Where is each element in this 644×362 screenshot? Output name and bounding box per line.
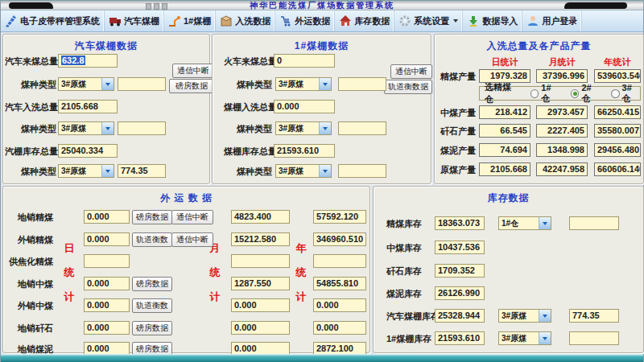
- coal-type-select[interactable]: 3#原煤: [498, 309, 551, 323]
- radio-label: 3#仓: [622, 83, 640, 105]
- rail-weighbridge-data-button[interactable]: 轨道衡数: [132, 232, 172, 247]
- stock-value-field[interactable]: 18363.073: [435, 216, 485, 230]
- toolbar-button-data-import[interactable]: 数据导入: [463, 10, 522, 31]
- day-field[interactable]: 0.000: [84, 277, 130, 290]
- row-label: 煤泥产量: [440, 145, 479, 157]
- day-field[interactable]: 0.000: [84, 210, 130, 224]
- shed-wash-total-field[interactable]: 0.000: [274, 100, 335, 113]
- day-field[interactable]: [84, 254, 130, 268]
- toolbar-button-outbound-data[interactable]: 外运数据: [275, 10, 335, 31]
- toolbar-button-belt-scale-system[interactable]: 电子皮带秤管理系统: [1, 10, 105, 31]
- stock-value-field[interactable]: 10437.536: [435, 241, 485, 254]
- day-field[interactable]: 0.000: [84, 232, 130, 246]
- day-field[interactable]: 0.000: [84, 321, 130, 335]
- type-amount-field[interactable]: [338, 77, 386, 91]
- month-field[interactable]: 0.000: [231, 321, 290, 335]
- train-incoming-total-field[interactable]: 0: [274, 54, 335, 68]
- month-field[interactable]: 15212.580: [231, 232, 290, 246]
- coal-type-select[interactable]: 3#原煤: [275, 164, 332, 178]
- coal-type-select[interactable]: 3#原煤: [58, 77, 114, 91]
- day-stat-header: 日统计: [479, 56, 530, 68]
- month-value-field[interactable]: 1348.998: [536, 143, 588, 157]
- shed-stock-total-field[interactable]: 25040.334: [58, 144, 118, 158]
- month-field[interactable]: 4823.400: [231, 210, 290, 224]
- coal-type-select[interactable]: 3#原煤: [275, 77, 332, 91]
- stock-value-field[interactable]: 1709.352: [435, 264, 485, 278]
- month-field[interactable]: 1287.550: [231, 277, 290, 290]
- year-field[interactable]: [313, 254, 366, 268]
- scale-house-data-button[interactable]: 磅房数据: [132, 277, 172, 291]
- comm-interrupt-button[interactable]: 通信中断: [171, 232, 213, 247]
- type-amount-field[interactable]: 774.35: [118, 164, 166, 178]
- month-value-field[interactable]: 37396.996: [536, 69, 588, 83]
- year-field[interactable]: 0.000: [313, 321, 366, 335]
- row-label: 外销中煤: [6, 300, 53, 312]
- coal-type-select[interactable]: 3#原煤: [498, 331, 551, 345]
- field-label: 煤棚入洗总量: [224, 101, 272, 113]
- day-value-field[interactable]: 74.694: [479, 143, 530, 157]
- scale-house-data-button[interactable]: 磅房数据: [132, 321, 172, 335]
- year-field[interactable]: 54855.810: [313, 277, 366, 290]
- month-value-field[interactable]: 2227.405: [536, 124, 588, 138]
- title-bar[interactable]: 神华巴能洗煤厂煤场数据管理系统: [1, 0, 643, 10]
- type-amount-field[interactable]: [338, 121, 386, 135]
- scale-house-data-button[interactable]: 磅房数据: [132, 210, 172, 224]
- stock-value-field[interactable]: 21593.610: [435, 331, 485, 345]
- stock-value-field[interactable]: 26126.990: [435, 286, 485, 300]
- toolbar-button-user-login[interactable]: 用户登录: [522, 10, 582, 31]
- truck-incoming-total-field[interactable]: 632.8: [58, 54, 118, 68]
- truck-stock-row: 汽棚库存总量 25040.334: [3, 144, 209, 158]
- month-field[interactable]: 0.000: [231, 298, 290, 312]
- bunker-option-1[interactable]: 1#仓: [530, 83, 559, 105]
- year-value-field[interactable]: 35580.007: [594, 124, 641, 138]
- titlebar-right-ornament: [564, 2, 627, 9]
- bunker-label: 选精煤仓: [485, 81, 519, 105]
- day-value-field[interactable]: 2105.668: [479, 162, 530, 176]
- shed-stock-total-field[interactable]: 21593.610: [274, 144, 335, 158]
- day-value-field[interactable]: 66.545: [479, 124, 530, 138]
- coal-type-select[interactable]: 3#原煤: [58, 164, 114, 178]
- panel-title: 1#煤棚数据: [213, 39, 431, 53]
- bunker-option-3[interactable]: 3#仓: [611, 83, 640, 105]
- coal-type-select[interactable]: 3#原煤: [58, 121, 114, 135]
- bunker-option-2[interactable]: 2#仓: [571, 83, 600, 105]
- window-title: 神华巴能洗煤厂煤场数据管理系统: [1, 1, 643, 10]
- day-field[interactable]: 0.000: [84, 298, 130, 312]
- month-value-field[interactable]: 42247.958: [536, 162, 588, 176]
- year-value-field[interactable]: 66250.415: [594, 105, 641, 119]
- year-value-field[interactable]: 539603.546: [594, 69, 641, 83]
- coal-type-select[interactable]: 3#原煤: [275, 121, 332, 135]
- year-field[interactable]: 346960.510: [313, 232, 366, 246]
- field-label: 火车来煤总量: [224, 56, 272, 68]
- radio-icon: [530, 89, 539, 98]
- panel-title: 入洗总量及各产品产量: [435, 39, 643, 53]
- year-value-field[interactable]: 29456.480: [594, 143, 641, 157]
- field-label: 汽车来煤总量: [5, 56, 56, 68]
- toolbar-button-shed1[interactable]: 1#煤棚: [164, 10, 216, 31]
- type-amount-field[interactable]: [118, 121, 166, 135]
- extra-amount-field[interactable]: [569, 216, 619, 230]
- extra-amount-field[interactable]: [569, 331, 619, 345]
- truck-type-row-3: 煤种类型 3#原煤 774.35: [3, 164, 209, 178]
- house-icon: [339, 14, 352, 27]
- year-field[interactable]: 0.000: [313, 298, 366, 312]
- day-value-field[interactable]: 218.412: [479, 105, 530, 119]
- comm-interrupt-button[interactable]: 通信中断: [172, 64, 214, 78]
- toolbar-button-inventory-data[interactable]: 库存数据: [335, 10, 394, 31]
- type-amount-field[interactable]: [338, 164, 386, 178]
- toolbar-button-wash-data[interactable]: 入洗数据: [216, 10, 275, 31]
- truck-wash-total-field[interactable]: 2105.668: [58, 100, 118, 113]
- month-value-field[interactable]: 2973.457: [536, 105, 588, 119]
- stock-value-field[interactable]: 25328.944: [435, 309, 485, 323]
- year-value-field[interactable]: 660606.146: [594, 162, 641, 176]
- toolbar-button-truck-shed[interactable]: 汽车煤棚: [105, 10, 164, 31]
- rail-weighbridge-data-button[interactable]: 轨道衡数: [132, 298, 172, 313]
- comm-interrupt-button[interactable]: 通信中断: [171, 210, 213, 224]
- year-field[interactable]: 57592.120: [313, 210, 366, 224]
- toolbar-button-settings[interactable]: 系统设置: [394, 10, 463, 31]
- extra-amount-field[interactable]: 774.35: [569, 309, 619, 323]
- month-field[interactable]: [231, 254, 290, 268]
- belt-scale-icon: [5, 14, 18, 27]
- bunker-select[interactable]: 1#仓: [498, 216, 551, 230]
- type-amount-field[interactable]: [118, 77, 166, 91]
